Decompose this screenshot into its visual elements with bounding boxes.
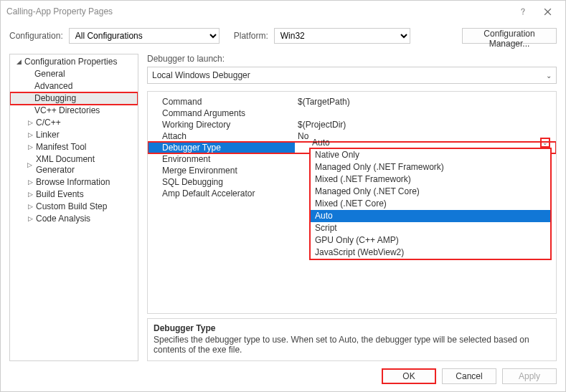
tree-root[interactable]: ◢ Configuration Properties: [10, 56, 138, 68]
property-name: Merge Environment: [148, 166, 295, 176]
titlebar: Calling-App Property Pages: [1, 1, 565, 22]
tree-item-label: Custom Build Step: [36, 201, 107, 212]
tree-item-label: Advanced: [34, 81, 72, 92]
platform-label: Platform:: [234, 31, 268, 41]
debugger-type-current-value: Auto: [312, 138, 330, 148]
platform-combo[interactable]: Win32: [274, 28, 410, 44]
footer: OK Cancel Apply: [1, 361, 565, 391]
tree-item-label: General: [34, 69, 65, 80]
property-name: Attach: [148, 131, 295, 141]
expander-icon[interactable]: ▷: [26, 130, 34, 140]
description-title: Debugger Type: [154, 323, 550, 333]
tree-item-browse-information[interactable]: ▷Browse Information: [10, 176, 138, 188]
ok-button[interactable]: OK: [382, 368, 436, 384]
expander-icon[interactable]: ◢: [14, 57, 23, 67]
debugger-launch-value: Local Windows Debugger: [152, 70, 250, 80]
help-button[interactable]: [511, 1, 535, 21]
tree-item-label: Build Events: [36, 189, 84, 200]
expander-icon[interactable]: ▷: [26, 214, 34, 224]
property-value[interactable]: $(ProjectDir): [295, 120, 556, 130]
debugger-launch-combo[interactable]: Local Windows Debugger ⌄: [147, 67, 557, 84]
config-row: Configuration: All Configurations Platfo…: [1, 22, 565, 54]
tree-item-label: Manifest Tool: [36, 142, 86, 153]
property-pages-dialog: { "title": "Calling-App Property Pages",…: [0, 0, 566, 392]
property-name: Environment: [148, 154, 295, 164]
tree-item-manifest-tool[interactable]: ▷Manifest Tool: [10, 141, 138, 153]
dropdown-option-auto[interactable]: Auto: [311, 210, 550, 222]
close-button[interactable]: [535, 1, 560, 21]
dropdown-option-mixed-net-core-[interactable]: Mixed (.NET Core): [311, 198, 550, 210]
expander-icon[interactable]: ▷: [26, 201, 34, 212]
expander-icon[interactable]: ▷: [26, 189, 34, 200]
tree-item-label: VC++ Directories: [34, 105, 100, 116]
tree-item-linker[interactable]: ▷Linker: [10, 129, 138, 141]
expander-icon[interactable]: ▷: [26, 160, 34, 171]
tree-item-debugging[interactable]: Debugging: [10, 92, 138, 105]
chevron-down-icon: ⌄: [546, 72, 552, 80]
tree-item-custom-build-step[interactable]: ▷Custom Build Step: [10, 201, 138, 213]
config-manager-button[interactable]: Configuration Manager...: [462, 28, 557, 44]
dropdown-option-mixed-net-framework-[interactable]: Mixed (.NET Framework): [311, 173, 550, 186]
cancel-button[interactable]: Cancel: [442, 368, 496, 384]
property-name: Command: [148, 97, 295, 107]
property-value[interactable]: $(TargetPath): [295, 97, 556, 107]
right-pane: Debugger to launch: Local Windows Debugg…: [147, 54, 557, 361]
dropdown-option-managed-only-net-core-[interactable]: Managed Only (.NET Core): [311, 186, 550, 198]
tree-item-label: Code Analysis: [36, 214, 90, 224]
tree-item-general[interactable]: General: [10, 68, 138, 80]
property-name: Amp Default Accelerator: [148, 188, 295, 199]
property-row-command[interactable]: Command$(TargetPath): [148, 96, 556, 107]
debugger-type-dropdown[interactable]: Native OnlyManaged Only (.NET Framework)…: [309, 148, 552, 260]
tree-item-label: Linker: [36, 130, 60, 140]
property-name: Debugger Type: [148, 143, 295, 153]
tree-item-c-c-[interactable]: ▷C/C++: [10, 117, 138, 129]
property-grid[interactable]: Command$(TargetPath)Command ArgumentsWor…: [147, 91, 557, 314]
dropdown-option-managed-only-net-framework-[interactable]: Managed Only (.NET Framework): [311, 161, 550, 173]
tree-item-build-events[interactable]: ▷Build Events: [10, 188, 138, 201]
debugger-launch-label: Debugger to launch:: [147, 54, 557, 64]
property-row-working-directory[interactable]: Working Directory$(ProjectDir): [148, 119, 556, 130]
dropdown-option-native-only[interactable]: Native Only: [311, 149, 550, 161]
dropdown-option-javascript-webview2-[interactable]: JavaScript (WebView2): [311, 247, 550, 259]
expander-icon[interactable]: ▷: [26, 142, 34, 153]
window-title: Calling-App Property Pages: [6, 6, 511, 16]
tree-item-label: Debugging: [34, 93, 76, 104]
property-name: SQL Debugging: [148, 177, 295, 187]
tree-item-advanced[interactable]: Advanced: [10, 80, 138, 92]
body-area: ◢ Configuration Properties GeneralAdvanc…: [1, 54, 565, 361]
tree-item-label: Browse Information: [36, 177, 110, 188]
description-box: Debugger Type Specifies the debugger typ…: [147, 318, 557, 361]
tree-item-label: C/C++: [36, 118, 61, 128]
tree-root-label: Configuration Properties: [24, 57, 117, 67]
dropdown-option-script[interactable]: Script: [311, 222, 550, 234]
tree-item-label: XML Document Generator: [36, 154, 135, 176]
property-row-command-arguments[interactable]: Command Arguments: [148, 107, 556, 119]
expander-icon[interactable]: ▷: [26, 177, 34, 188]
apply-button[interactable]: Apply: [502, 368, 557, 384]
debugger-type-value-cell[interactable]: Auto ⌄: [309, 136, 552, 148]
tree-item-code-analysis[interactable]: ▷Code Analysis: [10, 213, 138, 225]
tree-item-vc-directories[interactable]: VC++ Directories: [10, 105, 138, 117]
expander-icon[interactable]: ▷: [26, 118, 34, 128]
description-text: Specifies the debugger type to use. When…: [154, 335, 550, 355]
config-label: Configuration:: [9, 31, 63, 41]
property-name: Working Directory: [148, 120, 295, 130]
configuration-combo[interactable]: All Configurations: [69, 28, 220, 44]
tree-item-xml-document-generator[interactable]: ▷XML Document Generator: [10, 153, 138, 176]
property-name: Command Arguments: [148, 108, 295, 118]
dropdown-option-gpu-only-c-amp-[interactable]: GPU Only (C++ AMP): [311, 234, 550, 247]
dropdown-toggle[interactable]: ⌄: [540, 138, 550, 148]
config-tree[interactable]: ◢ Configuration Properties GeneralAdvanc…: [9, 54, 138, 361]
